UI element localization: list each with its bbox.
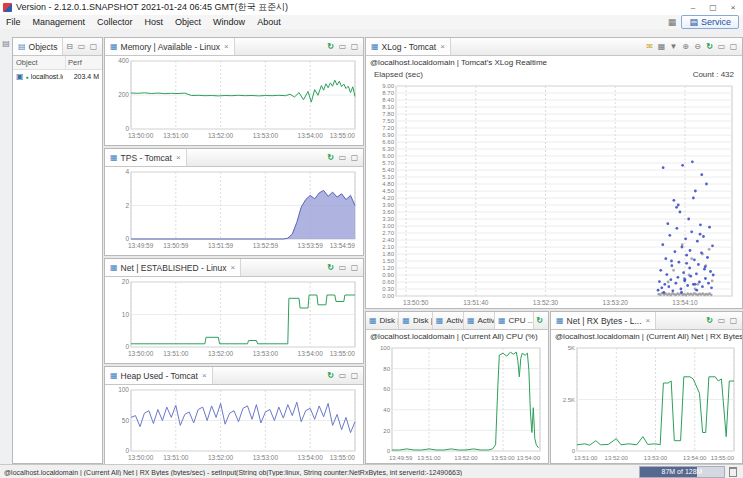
svg-text:13:52:30: 13:52:30 bbox=[533, 299, 559, 306]
refresh-icon[interactable]: ↻ bbox=[325, 153, 336, 162]
refresh-icon[interactable]: ↻ bbox=[704, 42, 715, 51]
close-icon[interactable]: × bbox=[176, 153, 181, 162]
chart-icon: ▦ bbox=[371, 42, 379, 51]
svg-text:4: 4 bbox=[125, 168, 129, 175]
heap-status-gauge: 87M of 128M bbox=[639, 466, 725, 478]
export-icon[interactable]: ✉ bbox=[644, 42, 655, 51]
tab-disk-1[interactable]: ▦ Disk |... bbox=[366, 312, 399, 329]
minimize-view-icon[interactable]: ▭ bbox=[337, 263, 348, 272]
svg-text:13:49:59: 13:49:59 bbox=[128, 242, 154, 249]
tab-memory-available[interactable]: ▦ Memory | Available - Linux × bbox=[105, 38, 235, 55]
close-icon[interactable]: × bbox=[231, 263, 236, 272]
maximize-window-button[interactable]: ▢ bbox=[703, 0, 723, 15]
svg-text:5.10: 5.10 bbox=[382, 174, 394, 180]
status-dot-icon: ● bbox=[26, 74, 29, 80]
window-title: Version - 2.12.0.1.SNAPSHOT 2021-01-24 0… bbox=[16, 1, 288, 14]
heap-used-chart-canvas[interactable]: 05010013:50:0013:51:0013:52:0013:53:0013… bbox=[105, 385, 363, 467]
chart-icon: ▦ bbox=[110, 42, 118, 51]
tab-xlog[interactable]: ▦ XLog - Tomcat × bbox=[366, 38, 451, 55]
close-icon[interactable]: × bbox=[440, 42, 445, 51]
maximize-view-icon[interactable]: ▢ bbox=[349, 42, 360, 51]
chart-icon: ▦ bbox=[402, 316, 410, 325]
menu-host[interactable]: Host bbox=[139, 15, 170, 29]
tab-objects[interactable]: ▤ Objects bbox=[13, 38, 63, 55]
tab-objects-label: Objects bbox=[29, 42, 58, 52]
tab-activity-2[interactable]: ▦ Activ... bbox=[464, 312, 495, 329]
maximize-view-icon[interactable]: ▢ bbox=[728, 42, 739, 51]
close-window-button[interactable]: × bbox=[723, 0, 743, 15]
tab-memory-label: Memory | Available - Linux bbox=[121, 42, 220, 52]
minimize-view-icon[interactable]: ▭ bbox=[716, 42, 727, 51]
menu-file[interactable]: File bbox=[0, 15, 27, 29]
title-bar: Version - 2.12.0.1.SNAPSHOT 2021-01-24 0… bbox=[0, 0, 743, 16]
memory-chart-canvas[interactable]: 020040013:50:0013:51:0013:52:0013:53:001… bbox=[105, 56, 363, 145]
svg-text:13:54:00: 13:54:00 bbox=[298, 350, 324, 357]
minimize-window-button[interactable]: – bbox=[683, 0, 703, 15]
tab-heap-used[interactable]: ▦ Heap Used - Tomcat × bbox=[105, 367, 213, 384]
host-icon: ▣ bbox=[16, 72, 24, 81]
refresh-icon[interactable]: ↻ bbox=[325, 42, 336, 51]
cpu-panel: ▦ Disk |... ▦ Disk |... ▦ Activ... ▦ Act… bbox=[365, 311, 549, 464]
grid-icon[interactable]: ▦ bbox=[656, 42, 667, 51]
svg-text:7.50: 7.50 bbox=[382, 118, 394, 124]
minimize-view-icon[interactable]: ▭ bbox=[337, 371, 348, 380]
net-established-chart-canvas[interactable]: 0102013:50:0013:51:0013:52:0013:53:0013:… bbox=[105, 277, 363, 363]
refresh-icon[interactable]: ↻ bbox=[704, 316, 715, 325]
menu-management[interactable]: Management bbox=[27, 15, 92, 29]
zoom-in-icon[interactable]: ⊕ bbox=[680, 42, 691, 51]
tab-activity-1[interactable]: ▦ Activ... bbox=[433, 312, 464, 329]
close-icon[interactable]: × bbox=[224, 42, 229, 51]
maximize-view-icon[interactable]: ▢ bbox=[349, 153, 360, 162]
xlog-scatter-canvas[interactable]: 0.000.300.600.901.201.501.802.102.402.70… bbox=[366, 81, 742, 308]
tab-net-established[interactable]: ▦ Net | ESTABLISHED - Linux × bbox=[105, 259, 241, 276]
cpu-chart-canvas[interactable]: 02040608010013:49:5913:51:0013:52:0013:5… bbox=[366, 343, 548, 463]
svg-text:13:55:00: 13:55:00 bbox=[711, 455, 735, 461]
service-perspective-button[interactable]: ▤ Service bbox=[681, 15, 739, 29]
maximize-view-icon[interactable]: ▢ bbox=[349, 371, 360, 380]
menu-collector[interactable]: Collector bbox=[91, 15, 139, 29]
svg-text:10: 10 bbox=[122, 311, 130, 318]
zoom-out-icon[interactable]: ⊖ bbox=[692, 42, 703, 51]
minimize-view-icon[interactable]: ▭ bbox=[337, 153, 348, 162]
service-icon: ▤ bbox=[689, 17, 698, 27]
collapse-all-icon[interactable]: ⊟ bbox=[64, 42, 75, 51]
svg-text:13:51:59: 13:51:59 bbox=[208, 242, 234, 249]
minimize-view-icon[interactable]: ▭ bbox=[716, 316, 727, 325]
refresh-icon[interactable]: ↻ bbox=[325, 371, 336, 380]
chart-icon: ▦ bbox=[110, 371, 118, 380]
close-icon[interactable]: × bbox=[202, 371, 207, 380]
net-rx-chart-canvas[interactable]: 02.5K5K13:51:0013:52:0013:53:0013:54:001… bbox=[551, 343, 742, 463]
objects-panel: ▤ Objects ⊟ ▭ ▢ Object Perf ▣ ● localhos… bbox=[12, 37, 103, 464]
restore-view-icon[interactable]: ▤ bbox=[2, 39, 10, 48]
minimize-view-icon[interactable]: ▭ bbox=[337, 42, 348, 51]
refresh-icon[interactable]: ↻ bbox=[325, 263, 336, 272]
menu-about[interactable]: About bbox=[251, 15, 287, 29]
maximize-view-icon[interactable]: ▢ bbox=[88, 42, 99, 51]
maximize-view-icon[interactable]: ▢ bbox=[349, 263, 360, 272]
refresh-icon[interactable]: ↻ bbox=[534, 316, 545, 325]
tab-cpu[interactable]: ▦ CPU ... × bbox=[495, 312, 534, 329]
close-icon[interactable]: × bbox=[646, 316, 651, 325]
tab-net-rx[interactable]: ▦ Net | RX Bytes - L... × bbox=[551, 312, 656, 329]
svg-text:400: 400 bbox=[118, 57, 129, 64]
menu-window[interactable]: Window bbox=[207, 15, 251, 29]
perspective-grid-icon[interactable]: ▦ bbox=[666, 17, 677, 27]
svg-text:5.40: 5.40 bbox=[382, 167, 394, 173]
chart-icon: ▦ bbox=[110, 153, 118, 162]
maximize-view-icon[interactable]: ▢ bbox=[728, 316, 739, 325]
svg-text:3.90: 3.90 bbox=[382, 202, 394, 208]
svg-text:1.80: 1.80 bbox=[382, 251, 394, 257]
tree-item-host[interactable]: ▣ ● localhost.localdomain 203.4 M bbox=[13, 70, 102, 83]
tab-cpu-label: CPU ... bbox=[509, 316, 534, 325]
tab-disk-2[interactable]: ▦ Disk |... bbox=[399, 312, 432, 329]
tps-chart-canvas[interactable]: 02413:49:5913:50:5913:51:5913:52:5913:53… bbox=[105, 167, 363, 255]
svg-text:0: 0 bbox=[387, 448, 391, 454]
minimize-view-icon[interactable]: ▭ bbox=[76, 42, 87, 51]
svg-text:6.90: 6.90 bbox=[382, 132, 394, 138]
filter-dropdown-icon[interactable]: ▼ bbox=[668, 42, 679, 51]
tab-tps[interactable]: ▦ TPS - Tomcat × bbox=[105, 149, 187, 166]
menu-object[interactable]: Object bbox=[169, 15, 207, 29]
heap-used-panel: ▦ Heap Used - Tomcat × ↻ ▭ ▢ 05010013:50… bbox=[104, 366, 364, 468]
svg-text:7.20: 7.20 bbox=[382, 125, 394, 131]
gc-trash-icon[interactable] bbox=[729, 467, 737, 477]
